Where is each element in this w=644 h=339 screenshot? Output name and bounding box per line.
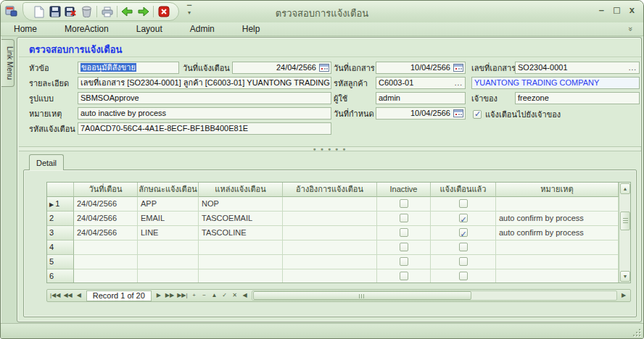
menu-item-help[interactable]: Help	[235, 22, 268, 35]
scrollbar-thumb[interactable]	[620, 212, 630, 230]
doc-date-input[interactable]: 10/04/2566	[376, 62, 466, 74]
grid-cell[interactable]	[74, 240, 138, 255]
notified-checkbox[interactable]	[459, 214, 468, 222]
resize-grip[interactable]	[632, 327, 640, 336]
grid-horizontal-scrollbar[interactable]	[252, 290, 617, 301]
row-selector[interactable]: ▶1	[47, 197, 74, 212]
table-row[interactable]: 224/04/2566EMAILTASCOEMAILauto confirm b…	[47, 212, 619, 226]
grid-cell[interactable]: APP	[138, 197, 199, 212]
owner-input[interactable]: freezone	[515, 92, 640, 104]
grid-column-header[interactable]: วันที่เตือน	[74, 183, 138, 197]
nav-prev-button[interactable]: ◀	[74, 290, 84, 301]
grid-cell[interactable]	[138, 269, 199, 282]
grid-cell-remark[interactable]	[496, 269, 619, 282]
code-input[interactable]: 7A0ACD70-56C4-4A1E-8ECF-BF1BB400E81E	[78, 122, 331, 135]
doc-no-lookup-button[interactable]: ...	[629, 62, 637, 73]
nav-cancel-button[interactable]: ✕	[230, 290, 240, 301]
grid-cell-remark[interactable]	[496, 240, 619, 255]
link-menu-tab[interactable]: Link Menu	[1, 39, 15, 87]
grid-cell-remark[interactable]: auto confirm by process	[496, 226, 619, 240]
grid-column-header[interactable]: หมายเหตุ	[496, 183, 619, 197]
grid-cell[interactable]	[138, 255, 199, 269]
row-selector[interactable]: 4	[47, 240, 74, 255]
notified-checkbox[interactable]	[459, 272, 468, 280]
scrollbar-thumb[interactable]	[253, 291, 471, 300]
inactive-checkbox[interactable]	[400, 214, 408, 222]
table-row[interactable]: 4	[47, 240, 619, 255]
scroll-up-icon[interactable]: ▲	[620, 183, 630, 194]
notified-checkbox[interactable]	[459, 257, 468, 266]
grid-cell[interactable]: 24/04/2566	[74, 197, 138, 212]
nav-scroll-right-button[interactable]: ▶	[619, 290, 629, 301]
menu-item-admin[interactable]: Admin	[183, 22, 222, 35]
table-row[interactable]: ▶124/04/2566APPNOP	[47, 197, 619, 212]
inactive-checkbox[interactable]	[400, 257, 408, 266]
menu-collapse-chevron-icon[interactable]: »	[627, 27, 635, 31]
nav-first-button[interactable]: |◀◀	[49, 290, 62, 301]
doc-no-input[interactable]: SO2304-0001 ...	[515, 62, 640, 74]
grid-cell[interactable]	[283, 255, 377, 269]
inactive-checkbox[interactable]	[400, 199, 408, 208]
grid-cell[interactable]	[283, 269, 377, 282]
customer-code-input[interactable]: C6003-01 ...	[376, 77, 466, 89]
grid-column-header[interactable]: แจ้งเตือนแล้ว	[431, 183, 496, 197]
due-date-input[interactable]: 10/04/2566	[376, 107, 466, 120]
menu-item-moreaction[interactable]: MoreAction	[57, 22, 116, 35]
notified-checkbox[interactable]	[459, 199, 468, 208]
grid-cell-remark[interactable]	[496, 255, 619, 269]
user-input[interactable]: admin	[376, 92, 466, 104]
grid-vertical-scrollbar[interactable]: ▲ ▼	[619, 183, 630, 282]
grid-cell[interactable]: LINE	[138, 226, 199, 240]
menu-item-home[interactable]: Home	[7, 22, 44, 35]
grid-cell[interactable]	[138, 240, 199, 255]
nav-next-button[interactable]: ▶	[154, 290, 164, 301]
nav-next-page-button[interactable]: ▶▶	[164, 290, 176, 301]
calendar-icon[interactable]	[453, 109, 463, 117]
nav-commit-button[interactable]: ✓	[220, 290, 230, 301]
grid-cell[interactable]	[199, 255, 283, 269]
grid-cell[interactable]	[74, 269, 138, 282]
notified-checkbox[interactable]	[459, 243, 468, 251]
table-row[interactable]: 5	[47, 255, 619, 269]
grid-cell[interactable]	[283, 197, 377, 212]
tab-detail[interactable]: Detail	[29, 154, 64, 170]
row-selector[interactable]: 5	[47, 255, 74, 269]
grid-cell-remark[interactable]	[496, 197, 619, 212]
nav-prev-page-button[interactable]: ◀◀	[62, 290, 73, 301]
calendar-icon[interactable]	[319, 64, 329, 72]
grid-cell[interactable]: 24/04/2566	[74, 226, 138, 240]
grid-cell[interactable]: EMAIL	[138, 212, 199, 226]
grid-cell-remark[interactable]: auto confirm by process	[496, 212, 619, 226]
grid-column-header[interactable]	[47, 183, 74, 197]
grid-cell[interactable]	[283, 226, 377, 240]
calendar-icon[interactable]	[453, 64, 463, 72]
notify-date-input[interactable]: 24/04/2566	[232, 62, 331, 74]
grid-cell[interactable]: TASCOEMAIL	[199, 212, 283, 226]
menu-item-layout[interactable]: Layout	[129, 22, 170, 35]
table-row[interactable]: 324/04/2566LINETASCOLINEauto confirm by …	[47, 226, 619, 240]
grid-column-header[interactable]: ลักษณะแจ้งเตือน	[138, 183, 199, 197]
grid-column-header[interactable]: อ้างอิงการแจ้งเตือน	[283, 183, 377, 197]
close-window-button[interactable]: x	[629, 4, 635, 16]
row-selector[interactable]: 6	[47, 269, 74, 282]
table-row[interactable]: 6	[47, 269, 619, 282]
format-input[interactable]: SBMSOApprove	[78, 92, 331, 104]
nav-last-button[interactable]: ▶▶|	[176, 290, 189, 301]
grid-cell[interactable]	[199, 269, 283, 282]
inactive-checkbox[interactable]	[400, 272, 408, 280]
notify-owner-checkbox[interactable]	[473, 110, 482, 119]
grid-column-header[interactable]: Inactive	[377, 183, 431, 197]
remark-input[interactable]: auto inactive by process	[78, 107, 331, 120]
grid-cell[interactable]	[199, 240, 283, 255]
notified-checkbox[interactable]	[459, 228, 468, 237]
nav-add-button[interactable]: +	[189, 290, 199, 301]
customer-lookup-button[interactable]: ...	[455, 78, 463, 88]
minimize-button[interactable]: –	[599, 4, 604, 16]
inactive-checkbox[interactable]	[400, 243, 408, 251]
grid-cell[interactable]	[74, 255, 138, 269]
maximize-button[interactable]: ◻	[613, 4, 621, 16]
splitter-handle[interactable]: ● ● ● ● ●	[19, 146, 641, 151]
grid-cell[interactable]: TASCOLINE	[199, 226, 283, 240]
nav-delete-button[interactable]: −	[199, 290, 210, 301]
grid-cell[interactable]: NOP	[199, 197, 283, 212]
